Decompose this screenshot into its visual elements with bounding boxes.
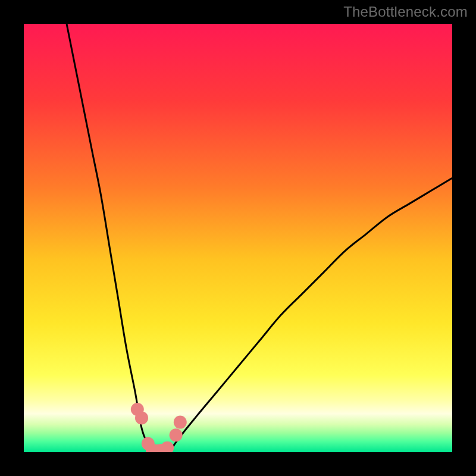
marker-point bbox=[161, 441, 174, 452]
marker-point bbox=[135, 411, 148, 424]
marker-group bbox=[131, 403, 187, 452]
plot-area bbox=[24, 24, 452, 452]
outer-frame: TheBottleneck.com bbox=[0, 0, 476, 476]
watermark-text: TheBottleneck.com bbox=[343, 4, 468, 20]
marker-point bbox=[170, 428, 183, 441]
marker-point bbox=[174, 416, 187, 429]
curve-layer bbox=[24, 24, 452, 452]
curve-left bbox=[67, 24, 152, 452]
curve-right bbox=[170, 178, 452, 452]
